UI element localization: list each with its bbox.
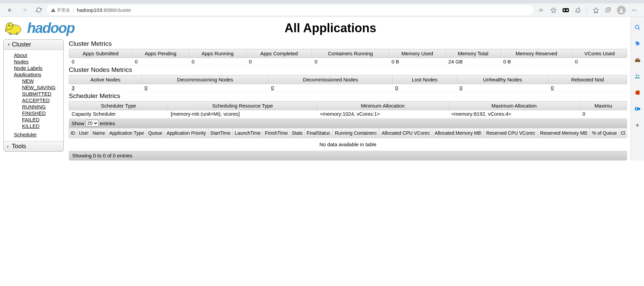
apps-column-header[interactable]: Allocated Memory MB▲▼ [432, 128, 484, 138]
apps-column-header[interactable]: Name▲▼ [91, 128, 107, 138]
column-header: Minimum Allocation [317, 101, 449, 110]
apps-column-header[interactable]: FinalStatus▲▼ [305, 128, 332, 138]
sort-icon: ▲▼ [73, 131, 76, 135]
svg-rect-20 [638, 108, 640, 110]
sort-icon: ▲▼ [623, 131, 625, 135]
apps-column-header[interactable]: StartTime▲▼ [208, 128, 233, 138]
tab-strip [0, 0, 644, 3]
sort-icon: ▲▼ [204, 131, 207, 135]
browser-toolbar: 不安全 | hadoop103:8088/cluster A» [0, 3, 644, 17]
chevron-down-icon: ▼ [7, 43, 10, 46]
sidebar-state-new[interactable]: NEW [4, 78, 63, 84]
apps-column-header[interactable]: Reserved CPU VCores▲▼ [484, 128, 538, 138]
apps-column-header[interactable]: Reserved Memory MB▲▼ [538, 128, 590, 138]
column-header: Apps Completed [246, 49, 312, 58]
show-label: Show [71, 120, 84, 126]
apps-column-header[interactable]: Running Containers▲▼ [332, 128, 379, 138]
metric-value: 0 [393, 84, 457, 92]
metric-value: 0 [246, 58, 312, 65]
address-bar[interactable]: 不安全 | hadoop103:8088/cluster [47, 5, 533, 15]
browser-chrome: 不安全 | hadoop103:8088/cluster A» [0, 0, 644, 17]
favorites-bar-icon[interactable] [593, 7, 599, 14]
sidebar-cluster-header[interactable]: ▼Cluster [4, 40, 63, 50]
chevron-right-icon: ▸ [7, 145, 10, 148]
page-size-select[interactable]: 20 [86, 120, 99, 127]
apps-column-header[interactable]: State▲▼ [290, 128, 305, 138]
metric-value: 24 GB [445, 58, 500, 65]
forward-button[interactable] [21, 7, 28, 14]
sidebar-state-finished[interactable]: FINISHED [4, 110, 63, 116]
svg-rect-11 [16, 33, 18, 35]
people-icon[interactable] [634, 73, 641, 80]
sort-icon: ▲▼ [86, 131, 89, 135]
search-icon[interactable] [634, 24, 641, 31]
apps-column-header[interactable]: LaunchTime▲▼ [233, 128, 263, 138]
sidebar-item-nodelabels[interactable]: Node Labels [4, 65, 63, 71]
cluster-metrics-table: Apps SubmittedApps PendingApps RunningAp… [69, 49, 627, 65]
back-button[interactable] [7, 7, 14, 14]
column-header: Memory Reserved [500, 49, 572, 58]
sidebar-item-applications[interactable]: Applications [4, 71, 63, 78]
vr-icon[interactable] [562, 7, 569, 14]
column-header: Lost Nodes [393, 75, 457, 84]
svg-point-18 [638, 75, 639, 76]
column-header: Active Nodes [69, 75, 142, 84]
apps-column-header[interactable]: Allocated CPU VCores▲▼ [379, 128, 432, 138]
url-text: hadoop103:8088/cluster [77, 7, 131, 13]
sidebar-item-scheduler[interactable]: Scheduler [4, 131, 63, 138]
svg-point-12 [635, 25, 639, 29]
sort-icon: ▲▼ [142, 131, 145, 135]
column-header: Rebooted Nod [548, 75, 627, 84]
outlook-icon[interactable] [634, 105, 641, 113]
metric-value: 0 [142, 84, 268, 92]
metric-link[interactable]: 0 [395, 85, 398, 91]
metric-value: 0 [132, 58, 189, 65]
reload-button[interactable] [35, 7, 42, 14]
sidebar-state-submitted[interactable]: SUBMITTED [4, 91, 63, 97]
sidebar-state-failed[interactable]: FAILED [4, 116, 63, 123]
sidebar-state-accepted[interactable]: ACCEPTED [4, 97, 63, 103]
sidebar-item-about[interactable]: About [4, 52, 63, 58]
metric-value: 0 B [389, 58, 446, 65]
sidebar-tools-label: Tools [12, 143, 26, 150]
insecure-icon: 不安全 [51, 7, 70, 13]
sort-icon: ▲▼ [533, 131, 536, 135]
column-header: Maximu [580, 101, 627, 110]
collections-icon[interactable] [605, 7, 611, 14]
apps-column-header[interactable]: Cl▲▼ [619, 128, 627, 138]
metric-link[interactable]: 0 [551, 85, 554, 91]
metric-link[interactable]: 0 [145, 85, 147, 91]
svg-rect-15 [635, 60, 640, 62]
svg-point-17 [636, 75, 637, 76]
sidebar-item-nodes[interactable]: Nodes [4, 58, 63, 65]
table-footer: Showing 0 to 0 of 0 entries [69, 151, 627, 160]
office-icon[interactable] [634, 89, 641, 96]
sidebar-tools-header[interactable]: ▸Tools [4, 141, 63, 151]
metric-link[interactable]: 0 [271, 85, 274, 91]
svg-point-21 [636, 108, 637, 110]
extension-icon[interactable] [575, 7, 581, 14]
metric-value: [memory-mb (unit=Mi), vcores] [168, 110, 317, 118]
toolbox-icon[interactable] [634, 56, 641, 64]
apps-column-header[interactable]: FinishTime▲▼ [263, 128, 290, 138]
add-rail-icon[interactable]: + [634, 121, 641, 129]
apps-column-header[interactable]: Application Type▲▼ [107, 128, 146, 138]
apps-column-header[interactable]: % of Queue▲▼ [590, 128, 619, 138]
sidebar-state-running[interactable]: RUNNING [4, 103, 63, 110]
metric-link[interactable]: 3 [72, 85, 75, 91]
apps-column-header[interactable]: Queue▲▼ [146, 128, 164, 138]
svg-point-5 [620, 8, 622, 10]
metric-link[interactable]: 0 [460, 85, 462, 91]
read-aloud-icon[interactable]: A» [538, 7, 545, 14]
profile-avatar[interactable] [617, 6, 626, 15]
column-header: Unhealthy Nodes [457, 75, 548, 84]
tag-icon[interactable] [634, 40, 641, 47]
sidebar-state-killed[interactable]: KILLED [4, 123, 63, 129]
favorite-icon[interactable] [550, 7, 557, 14]
metric-value: 0 [580, 110, 627, 118]
apps-column-header[interactable]: ID▲▼ [69, 128, 77, 138]
apps-column-header[interactable]: Application Priority▲▼ [164, 128, 208, 138]
menu-icon[interactable]: ⋯ [631, 7, 638, 14]
sidebar-state-newsaving[interactable]: NEW_SAVING [4, 84, 63, 91]
apps-column-header[interactable]: User▲▼ [77, 128, 90, 138]
